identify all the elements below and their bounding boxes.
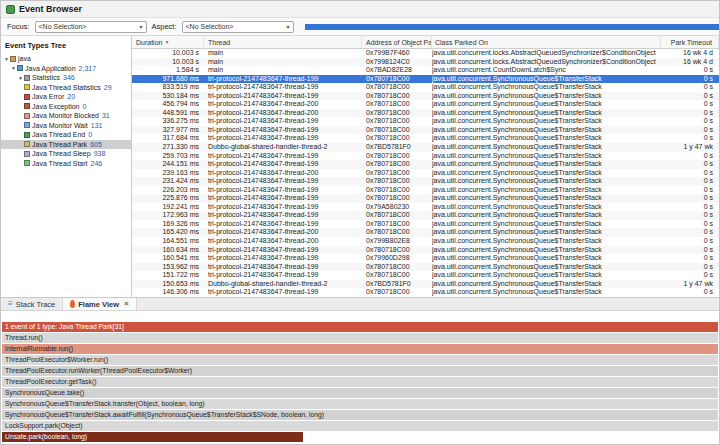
aspect-select-value: <No Selection> (186, 23, 234, 30)
tree-item-java-exception[interactable]: Java Exception0 (1, 102, 131, 112)
column-header-class-parked-on[interactable]: Class Parked On (432, 36, 661, 48)
event-type-count: 938 (94, 150, 106, 157)
cell-address: 0x780718C00 (362, 83, 432, 92)
tree-node-java[interactable]: ▼java (1, 54, 131, 64)
timeline-range-bar[interactable] (305, 24, 719, 30)
table-row[interactable]: 971.680 mstri-protocol-2147483647-thread… (132, 75, 719, 84)
column-header-thread[interactable]: Thread (204, 36, 362, 48)
flame-frame[interactable]: Thread.run() (2, 333, 718, 343)
tab-stack-trace[interactable]: ≡ Stack Trace (1, 298, 63, 310)
aspect-select[interactable]: <No Selection> ▾ (182, 21, 294, 33)
tree-item-java-monitor-wait[interactable]: Java Monitor Wait131 (1, 121, 131, 131)
table-row[interactable]: 165.420 mstri-protocol-2147483647-thread… (132, 228, 719, 237)
table-row[interactable]: 146.306 mstri-protocol-2147483647-thread… (132, 288, 719, 297)
table-row[interactable]: 327.977 mstri-protocol-2147483647-thread… (132, 126, 719, 135)
flame-frame[interactable]: ThreadPoolExecutor.runWorker(ThreadPoolE… (2, 366, 718, 376)
main-split: Event Types Tree ▼java▼Java Application2… (1, 35, 719, 297)
table-row[interactable]: 10.003 smain0x7998124C0java.util.concurr… (132, 58, 719, 67)
table-row[interactable]: 530.184 mstri-protocol-2147483647-thread… (132, 92, 719, 101)
tree-item-java-error[interactable]: Java Error20 (1, 92, 131, 102)
cell-address: 0x79A580230 (362, 203, 432, 212)
table-row[interactable]: 169.326 mstri-protocol-2147483647-thread… (132, 220, 719, 229)
flame-frame[interactable]: ThreadPoolExecutor$Worker.run() (2, 355, 718, 365)
cell-class-parked-on: java.util.concurrent.SynchronousQueue$Tr… (432, 143, 661, 152)
cell-class-parked-on: java.util.concurrent.SynchronousQueue$Tr… (432, 117, 661, 126)
event-type-list: Java Thread Statistics29Java Error20Java… (1, 83, 131, 169)
chevron-down-icon: ▾ (287, 24, 290, 30)
event-browser-window: Event Browser Focus: <No Selection> ▾ As… (0, 0, 720, 445)
table-row[interactable]: 160.541 mstri-protocol-2147483647-thread… (132, 254, 719, 263)
tree-node-label: java (18, 55, 31, 62)
tree-node-statistics[interactable]: ▼Statistics346 (1, 73, 131, 83)
cell-address: 0x780718C00 (362, 75, 432, 84)
column-header-address[interactable]: Address of Object Parked On (362, 36, 432, 48)
sort-descending-icon: ▼ (164, 39, 169, 45)
cell-duration: 151.722 ms (132, 271, 204, 280)
table-row[interactable]: 151.722 mstri-protocol-2147483647-thread… (132, 271, 719, 280)
table-row[interactable]: 317.684 mstri-protocol-2147483647-thread… (132, 134, 719, 143)
cell-thread: main (204, 66, 362, 75)
tree-item-java-thread-end[interactable]: Java Thread End0 (1, 130, 131, 140)
table-row[interactable]: 226.203 mstri-protocol-2147483647-thread… (132, 186, 719, 195)
table-row[interactable]: 150.653 msDubbo-global-shared-handler-th… (132, 280, 719, 289)
flame-frame[interactable]: Unsafe.park(boolean, long) (2, 432, 303, 442)
tab-flame-view[interactable]: Flame View × (63, 298, 136, 310)
table-row[interactable]: 192.241 mstri-protocol-2147483647-thread… (132, 203, 719, 212)
tree-node-java-application[interactable]: ▼Java Application2,317 (1, 64, 131, 74)
cell-park-timeout: 0 s (661, 237, 719, 246)
cell-duration: 971.680 ms (132, 75, 204, 84)
flame-frame[interactable]: SynchronousQueue.take() (2, 388, 718, 398)
cell-park-timeout: 16 wk 4 d (661, 58, 719, 67)
column-header-duration[interactable]: Duration ▼ (132, 36, 204, 48)
tree-item-java-thread-sleep[interactable]: Java Thread Sleep938 (1, 149, 131, 159)
twisty-icon[interactable]: ▼ (17, 75, 24, 81)
cell-thread: tri-protocol-2147483647-thread-199 (204, 271, 362, 280)
flame-frame[interactable]: ThreadPoolExecutor.getTask() (2, 377, 718, 387)
table-row[interactable]: 271.330 msDubbo-global-shared-handler-th… (132, 143, 719, 152)
flame-frame[interactable]: LockSupport.park(Object) (2, 421, 718, 431)
cell-address: 0x79960D298 (362, 254, 432, 263)
flame-frame[interactable]: SynchronousQueue$TransferStack.transfer(… (2, 399, 718, 409)
cell-duration: 833.519 ms (132, 83, 204, 92)
table-row[interactable]: 456.794 mstri-protocol-2147483647-thread… (132, 100, 719, 109)
cell-duration: 259.703 ms (132, 152, 204, 161)
table-row[interactable]: 225.876 mstri-protocol-2147483647-thread… (132, 194, 719, 203)
table-row[interactable]: 259.703 mstri-protocol-2147483647-thread… (132, 152, 719, 161)
cell-park-timeout: 0 s (661, 263, 719, 272)
tree-item-java-thread-statistics[interactable]: Java Thread Statistics29 (1, 83, 131, 93)
cell-duration: 231.424 ms (132, 177, 204, 186)
column-header-park-timeout[interactable]: Park Timeout (661, 36, 719, 48)
table-row[interactable]: 10.003 smain0x799B7F460java.util.concurr… (132, 49, 719, 58)
twisty-icon[interactable]: ▼ (3, 56, 10, 62)
flame-frame[interactable]: InternalRunnable.run() (2, 344, 718, 354)
table-row[interactable]: 160.634 mstri-protocol-2147483647-thread… (132, 246, 719, 255)
table-row[interactable]: 448.591 mstri-protocol-2147483647-thread… (132, 109, 719, 118)
flame-frame[interactable]: SynchronousQueue$TransferStack.awaitFulf… (2, 410, 718, 420)
table-row[interactable]: 231.424 mstri-protocol-2147483647-thread… (132, 177, 719, 186)
table-row[interactable]: 833.519 mstri-protocol-2147483647-thread… (132, 83, 719, 92)
event-type-label: Java Monitor Blocked (32, 112, 99, 119)
cell-park-timeout: 0 s (661, 203, 719, 212)
tree-item-java-thread-start[interactable]: Java Thread Start246 (1, 159, 131, 169)
cell-address: 0x799B7F460 (362, 49, 432, 58)
tree-item-java-monitor-blocked[interactable]: Java Monitor Blocked31 (1, 111, 131, 121)
table-row[interactable]: 1.584 smain0x7BAD82E28java.util.concurre… (132, 66, 719, 75)
focus-select[interactable]: <No Selection> ▾ (35, 21, 147, 33)
cell-park-timeout: 0 s (661, 194, 719, 203)
twisty-icon[interactable]: ▼ (10, 65, 17, 71)
cell-address: 0x780718C00 (362, 92, 432, 101)
event-type-count: 131 (91, 122, 103, 129)
cell-class-parked-on: java.util.concurrent.SynchronousQueue$Tr… (432, 254, 661, 263)
table-row[interactable]: 336.275 mstri-protocol-2147483647-thread… (132, 117, 719, 126)
tree-item-java-thread-park[interactable]: Java Thread Park605 (1, 140, 131, 150)
cell-thread: tri-protocol-2147483647-thread-199 (204, 152, 362, 161)
table-row[interactable]: 164.551 mstri-protocol-2147483647-thread… (132, 237, 719, 246)
cell-class-parked-on: java.util.concurrent.SynchronousQueue$Tr… (432, 288, 661, 297)
flame-frame[interactable]: 1 event of 1 type: Java Thread Park[31] (2, 322, 718, 332)
table-row[interactable]: 172.963 mstri-protocol-2147483647-thread… (132, 211, 719, 220)
event-type-label: Java Thread Sleep (32, 150, 91, 157)
table-row[interactable]: 244.151 mstri-protocol-2147483647-thread… (132, 160, 719, 169)
table-row[interactable]: 239.163 mstri-protocol-2147483647-thread… (132, 169, 719, 178)
table-row[interactable]: 153.962 mstri-protocol-2147483647-thread… (132, 263, 719, 272)
close-icon[interactable]: × (124, 300, 129, 308)
